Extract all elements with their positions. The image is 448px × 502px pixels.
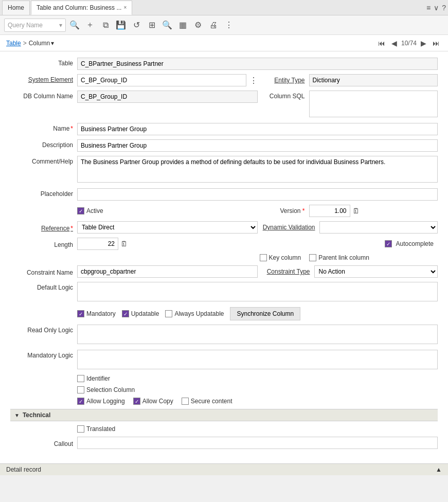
breadcrumb-nav: ⏮ ◀ 10/74 ▶ ⏭ bbox=[376, 38, 442, 48]
length-calculator-icon[interactable]: 🗓 bbox=[120, 240, 128, 248]
key-parent-row: Key column Parent link column bbox=[10, 254, 438, 261]
tab-home[interactable]: Home bbox=[2, 1, 30, 15]
length-input[interactable] bbox=[77, 238, 118, 250]
db-column-name-input[interactable] bbox=[77, 91, 258, 103]
active-checkbox[interactable] bbox=[77, 207, 84, 214]
constraint-name-field bbox=[77, 265, 258, 278]
secure-content-checkbox[interactable] bbox=[182, 398, 189, 405]
search-button[interactable]: 🔍 bbox=[68, 19, 81, 32]
collapse-icon[interactable]: ▲ bbox=[436, 466, 442, 473]
reference-field: Table Direct bbox=[77, 221, 258, 234]
identifier-checkbox[interactable] bbox=[77, 375, 84, 382]
description-input[interactable] bbox=[77, 139, 438, 152]
attachment-button[interactable]: ▦ bbox=[176, 19, 189, 32]
settings-button[interactable]: ⚙ bbox=[191, 19, 205, 32]
length-wrapper: 🗓 bbox=[77, 238, 256, 250]
query-name-select[interactable]: Query Name ▾ bbox=[4, 19, 66, 32]
save-button[interactable]: 💾 bbox=[114, 19, 128, 32]
comment-help-label: Comment/Help bbox=[10, 156, 77, 165]
breadcrumb-table-link[interactable]: Table bbox=[6, 40, 21, 47]
constraint-type-select[interactable]: No Action bbox=[314, 265, 438, 278]
system-element-menu-icon[interactable]: ⋮ bbox=[249, 76, 258, 85]
nav-first-button[interactable]: ⏮ bbox=[376, 38, 387, 48]
version-side: Version * 🗓 bbox=[258, 205, 438, 217]
reference-select[interactable]: Table Direct bbox=[77, 221, 258, 234]
more-button[interactable]: ⋮ bbox=[222, 19, 236, 32]
selection-column-row: Selection Column bbox=[10, 386, 438, 393]
selection-column-field: Selection Column bbox=[77, 386, 438, 393]
column-sql-textarea[interactable] bbox=[309, 91, 438, 117]
allow-logging-label: Allow Logging bbox=[86, 398, 125, 405]
query-name-label: Query Name bbox=[8, 22, 43, 29]
constraint-type-label[interactable]: Constraint Type bbox=[258, 268, 314, 275]
callout-input[interactable] bbox=[77, 437, 438, 449]
selection-column-checkbox[interactable] bbox=[77, 386, 84, 393]
zoom-button[interactable]: 🔍 bbox=[160, 19, 174, 32]
entity-type-input[interactable] bbox=[309, 74, 438, 86]
db-column-name-field bbox=[77, 91, 258, 103]
identifier-field: Identifier bbox=[77, 375, 438, 382]
autocomplete-checkbox[interactable] bbox=[385, 240, 392, 247]
constraint-name-input[interactable] bbox=[77, 265, 258, 278]
mandatory-checkbox[interactable] bbox=[77, 310, 84, 317]
dynamic-validation-select[interactable] bbox=[319, 221, 438, 234]
updatable-checkbox[interactable] bbox=[122, 310, 129, 317]
translated-checkbox[interactable] bbox=[77, 425, 84, 433]
technical-section[interactable]: ▼ Technical bbox=[10, 409, 438, 421]
length-label: Length bbox=[10, 239, 77, 248]
print-button[interactable]: 🖨 bbox=[207, 19, 220, 32]
column-sql-label: Column SQL bbox=[258, 91, 309, 100]
always-updatable-checkbox[interactable] bbox=[165, 310, 172, 317]
menu-icon[interactable]: ≡ bbox=[426, 4, 431, 12]
system-element-input[interactable] bbox=[77, 74, 246, 86]
allow-logging-checkbox[interactable] bbox=[77, 398, 84, 405]
nav-next-button[interactable]: ▶ bbox=[419, 38, 428, 48]
reference-label[interactable]: Reference bbox=[10, 223, 77, 232]
dynamic-validation-side: Dynamic Validation bbox=[258, 221, 438, 234]
nav-prev-button[interactable]: ◀ bbox=[389, 38, 399, 48]
tab-active[interactable]: Table and Column: Business ... × bbox=[31, 1, 132, 15]
allow-logging-wrapper: Allow Logging bbox=[77, 398, 125, 405]
nav-last-button[interactable]: ⏭ bbox=[431, 38, 442, 48]
version-field: 🗓 bbox=[309, 205, 360, 217]
constraint-row: Constraint Name Constraint Type No Actio… bbox=[10, 265, 438, 278]
read-only-logic-field bbox=[77, 325, 438, 346]
entity-type-label[interactable]: Entity Type bbox=[258, 77, 309, 84]
default-logic-label: Default Logic bbox=[10, 282, 77, 291]
grid-button[interactable]: ⊞ bbox=[145, 19, 158, 32]
synchronize-column-button[interactable]: Synchronize Column bbox=[230, 307, 300, 320]
help-icon[interactable]: ? bbox=[442, 4, 446, 12]
comment-help-textarea[interactable]: The Business Partner Group provides a me… bbox=[77, 156, 438, 183]
minimize-icon[interactable]: ∨ bbox=[434, 4, 439, 12]
chevron-down-icon: ▼ bbox=[14, 413, 20, 418]
selection-column-label: Selection Column bbox=[86, 386, 135, 393]
allow-copy-checkbox[interactable] bbox=[133, 398, 140, 405]
version-input[interactable] bbox=[309, 205, 350, 217]
description-field bbox=[77, 139, 438, 152]
parent-link-wrapper: Parent link column bbox=[309, 254, 369, 261]
mandatory-logic-textarea[interactable] bbox=[77, 350, 438, 369]
close-icon[interactable]: × bbox=[123, 5, 127, 10]
technical-section-label: Technical bbox=[23, 411, 50, 419]
copy-button[interactable]: ⧉ bbox=[99, 19, 112, 32]
breadcrumb-separator: > bbox=[23, 40, 27, 47]
dropdown-icon[interactable]: ▾ bbox=[51, 40, 54, 47]
system-element-label[interactable]: System Element bbox=[10, 74, 77, 83]
allow-copy-label: Allow Copy bbox=[142, 398, 173, 405]
always-updatable-label: Always Updatable bbox=[174, 310, 224, 317]
comment-help-row: Comment/Help The Business Partner Group … bbox=[10, 156, 438, 184]
name-input[interactable] bbox=[77, 123, 438, 135]
translated-label: Translated bbox=[86, 425, 115, 433]
dynamic-validation-label[interactable]: Dynamic Validation bbox=[258, 224, 319, 231]
new-button[interactable]: ＋ bbox=[83, 19, 97, 32]
key-column-checkbox[interactable] bbox=[260, 254, 267, 261]
placeholder-input[interactable] bbox=[77, 188, 438, 201]
parent-link-column-checkbox[interactable] bbox=[309, 254, 316, 261]
undo-button[interactable]: ↺ bbox=[130, 19, 143, 32]
default-logic-textarea[interactable] bbox=[77, 282, 438, 301]
logging-check-group: Allow Logging Allow Copy Secure content bbox=[77, 398, 438, 405]
calculator-icon[interactable]: 🗓 bbox=[352, 207, 360, 215]
key-column-wrapper: Key column bbox=[260, 254, 301, 261]
read-only-logic-textarea[interactable] bbox=[77, 325, 438, 344]
table-input[interactable] bbox=[77, 58, 438, 70]
